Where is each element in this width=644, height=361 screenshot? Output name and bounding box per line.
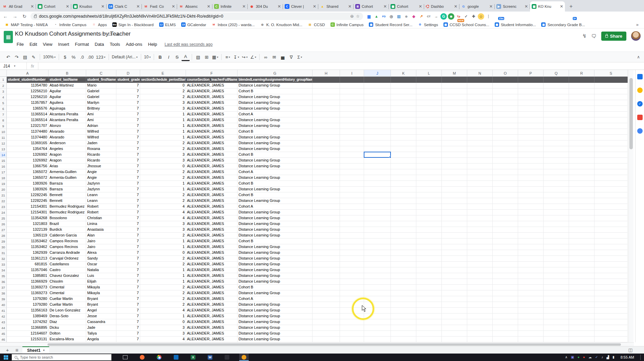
cell-P40[interactable] — [518, 302, 544, 308]
cell-E33[interactable]: 2 — [140, 262, 186, 267]
cell-M36[interactable] — [442, 279, 467, 285]
cell-I23[interactable] — [340, 204, 364, 210]
cell-I21[interactable] — [340, 192, 364, 198]
cell-I38[interactable] — [340, 290, 364, 296]
cell-C11[interactable]: Wilfred — [86, 135, 116, 140]
cell-Q22[interactable] — [544, 198, 569, 204]
cell-I12[interactable] — [340, 140, 364, 146]
bookmark-3[interactable]: ∷Apps — [90, 21, 109, 28]
cell-N20[interactable] — [467, 187, 493, 192]
cell-O34[interactable] — [493, 267, 518, 273]
number-format-icon[interactable]: 123▾ — [95, 53, 107, 61]
cell-F16[interactable]: ALEXANDER, JAMES — [186, 164, 238, 169]
row-header-24[interactable]: 24 — [0, 210, 7, 215]
cell-R35[interactable] — [569, 273, 594, 279]
cell-L46[interactable] — [416, 337, 442, 342]
cell-L4[interactable] — [416, 94, 442, 100]
close-icon[interactable]: ✕ — [242, 4, 246, 9]
cell-H32[interactable] — [312, 256, 340, 262]
cell-E22[interactable]: 2 — [140, 198, 186, 204]
row-header-16[interactable]: 16 — [0, 164, 7, 169]
cell-D28[interactable]: 7 — [116, 233, 140, 239]
cell-N2[interactable] — [467, 83, 493, 89]
cell-C14[interactable]: Ricardo — [86, 152, 116, 158]
cell-F15[interactable]: ALEXANDER, JAMES — [186, 158, 238, 164]
cell-I2[interactable] — [340, 83, 364, 89]
cell-K28[interactable] — [391, 233, 416, 239]
cell-G36[interactable]: Distance Learning Group — [238, 279, 312, 285]
reload-icon[interactable]: ↻ — [21, 14, 28, 19]
cell-C34[interactable]: Natalia — [86, 267, 116, 273]
cell-L43[interactable] — [416, 319, 442, 325]
cell-M31[interactable] — [442, 250, 467, 256]
cell-E7[interactable]: 1 — [140, 112, 186, 117]
cell-S30[interactable] — [594, 244, 628, 250]
cell-F25[interactable]: ALEXANDER, JAMES — [186, 215, 238, 221]
cell-I3[interactable] — [340, 89, 364, 94]
close-icon[interactable]: ✕ — [560, 4, 563, 9]
cell-I30[interactable] — [340, 244, 364, 250]
cell-O6[interactable] — [493, 106, 518, 112]
cell-M3[interactable] — [442, 89, 467, 94]
cell-C23[interactable]: Robert — [86, 204, 116, 210]
cell-J13[interactable] — [364, 146, 391, 152]
cell-I32[interactable] — [340, 256, 364, 262]
cell-R4[interactable] — [569, 94, 594, 100]
cell-H23[interactable] — [312, 204, 340, 210]
cell-L22[interactable] — [416, 198, 442, 204]
cell-Q24[interactable] — [544, 210, 569, 215]
cell-S8[interactable] — [594, 117, 628, 123]
cell-Q26[interactable] — [544, 221, 569, 227]
back-icon[interactable]: ← — [2, 14, 9, 19]
cell-S9[interactable] — [594, 123, 628, 129]
cell-E46[interactable]: 4 — [140, 337, 186, 342]
cell-D30[interactable]: 7 — [116, 244, 140, 250]
cell-R18[interactable] — [569, 175, 594, 181]
cell-D14[interactable]: 7 — [116, 152, 140, 158]
cell-L25[interactable] — [416, 215, 442, 221]
cell-E18[interactable]: 2 — [140, 175, 186, 181]
browser-tab-8[interactable]: ◉304 Du✕ — [248, 1, 283, 12]
row-header-17[interactable]: 17 — [0, 169, 7, 175]
cell-R40[interactable] — [569, 302, 594, 308]
document-title[interactable]: KO Knudson Cohort Assignments by Teacher — [15, 31, 131, 37]
cell-D5[interactable]: 7 — [116, 100, 140, 106]
column-header-N[interactable]: N — [467, 70, 493, 77]
column-header-B[interactable]: B — [49, 70, 86, 77]
cell-R15[interactable] — [569, 158, 594, 164]
cell-H16[interactable] — [312, 164, 340, 169]
cell-H19[interactable] — [312, 181, 340, 187]
cell-N19[interactable] — [467, 181, 493, 187]
cell-Q1[interactable] — [544, 77, 569, 83]
calendar-panel-icon[interactable] — [637, 74, 643, 79]
cell-K12[interactable] — [391, 140, 416, 146]
cell-M46[interactable] — [442, 337, 467, 342]
cell-H10[interactable] — [312, 129, 340, 135]
cell-J28[interactable] — [364, 233, 391, 239]
cell-B43[interactable]: Diaz — [49, 319, 86, 325]
cell-F19[interactable]: ALEXANDER, JAMES — [186, 181, 238, 187]
cell-L33[interactable] — [416, 262, 442, 267]
cell-B19[interactable]: Barraza — [49, 181, 86, 187]
cell-R14[interactable] — [569, 152, 594, 158]
row-header-29[interactable]: 29 — [0, 239, 7, 244]
cell-Q30[interactable] — [544, 244, 569, 250]
cell-Q9[interactable] — [544, 123, 569, 129]
cell-P1[interactable] — [518, 77, 544, 83]
cell-E35[interactable]: 1 — [140, 273, 186, 279]
cell-N22[interactable] — [467, 198, 493, 204]
cell-M34[interactable] — [442, 267, 467, 273]
cell-K36[interactable] — [391, 279, 416, 285]
cell-E15[interactable]: 3 — [140, 158, 186, 164]
cell-L32[interactable] — [416, 256, 442, 262]
tray-network-icon[interactable]: ▟ — [606, 356, 609, 359]
cell-E25[interactable]: 4 — [140, 215, 186, 221]
cell-G24[interactable]: Distance Learning Group — [238, 210, 312, 215]
cell-P18[interactable] — [518, 175, 544, 181]
cell-L37[interactable] — [416, 285, 442, 290]
cell-G42[interactable]: Distance Learning Group — [238, 314, 312, 319]
cell-R22[interactable] — [569, 198, 594, 204]
cell-J30[interactable] — [364, 244, 391, 250]
row-header-21[interactable]: 21 — [0, 192, 7, 198]
cell-K31[interactable] — [391, 250, 416, 256]
